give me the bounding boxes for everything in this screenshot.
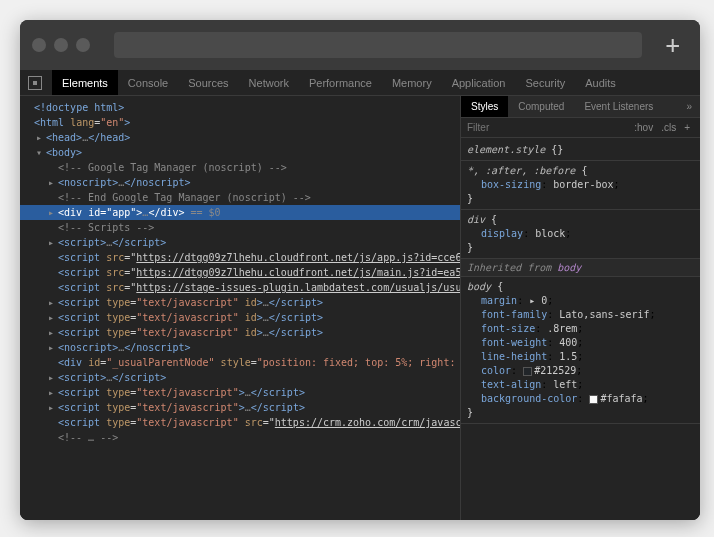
styles-filter-row: :hov .cls + bbox=[461, 118, 700, 138]
tab-memory[interactable]: Memory bbox=[382, 70, 442, 95]
dom-node[interactable]: <!-- Google Tag Manager (noscript) --> bbox=[20, 160, 460, 175]
dom-node[interactable]: ▸<head>…</head> bbox=[20, 130, 460, 145]
title-bar: + bbox=[20, 20, 700, 70]
main-tab-bar: ElementsConsoleSourcesNetworkPerformance… bbox=[20, 70, 700, 96]
styles-tab-bar: StylesComputedEvent Listeners » bbox=[461, 96, 700, 118]
tab-application[interactable]: Application bbox=[442, 70, 516, 95]
styles-panel: StylesComputedEvent Listeners » :hov .cl… bbox=[460, 96, 700, 520]
tab-performance[interactable]: Performance bbox=[299, 70, 382, 95]
tab-security[interactable]: Security bbox=[515, 70, 575, 95]
tab-network[interactable]: Network bbox=[239, 70, 299, 95]
dom-node[interactable]: ▸<script type="text/javascript" id>…</sc… bbox=[20, 325, 460, 340]
dom-node[interactable]: ▸<noscript>…</noscript> bbox=[20, 340, 460, 355]
css-rule[interactable]: body {margin: ▸ 0;font-family: Lato,sans… bbox=[461, 277, 700, 424]
inspect-element-icon[interactable] bbox=[28, 76, 42, 90]
traffic-light-close[interactable] bbox=[32, 38, 46, 52]
dom-node[interactable]: <!-- End Google Tag Manager (noscript) -… bbox=[20, 190, 460, 205]
styles-tab-computed[interactable]: Computed bbox=[508, 96, 574, 117]
dom-node[interactable]: ▸<script type="text/javascript" id>…</sc… bbox=[20, 310, 460, 325]
browser-window: + ElementsConsoleSourcesNetworkPerforman… bbox=[20, 20, 700, 520]
tab-console[interactable]: Console bbox=[118, 70, 178, 95]
dom-node[interactable]: <!-- … --> bbox=[20, 430, 460, 445]
css-rule[interactable]: *, :after, :before {box-sizing: border-b… bbox=[461, 161, 700, 210]
dom-node[interactable]: <script type="text/javascript" src="http… bbox=[20, 415, 460, 430]
more-tabs-icon[interactable]: » bbox=[678, 101, 700, 112]
inherited-from-label: Inherited from body bbox=[461, 259, 700, 277]
panels: <!doctype html><html lang="en">▸<head>…<… bbox=[20, 96, 700, 520]
elements-panel[interactable]: <!doctype html><html lang="en">▸<head>…<… bbox=[20, 96, 460, 520]
styles-tab-styles[interactable]: Styles bbox=[461, 96, 508, 117]
traffic-light-minimize[interactable] bbox=[54, 38, 68, 52]
dom-node[interactable]: ▸<script type="text/javascript">…</scrip… bbox=[20, 400, 460, 415]
tab-elements[interactable]: Elements bbox=[52, 70, 118, 95]
dom-node[interactable]: ▸<noscript>…</noscript> bbox=[20, 175, 460, 190]
css-rule[interactable]: div {display: block;} bbox=[461, 210, 700, 259]
traffic-light-maximize[interactable] bbox=[76, 38, 90, 52]
dom-node[interactable]: <!doctype html> bbox=[20, 100, 460, 115]
dom-node[interactable]: ▸<script>…</script> bbox=[20, 370, 460, 385]
dom-node[interactable]: ▸<script type="text/javascript" id>…</sc… bbox=[20, 295, 460, 310]
styles-filter-input[interactable] bbox=[467, 122, 630, 133]
dom-node[interactable]: <script src="https://dtgg09z7lhehu.cloud… bbox=[20, 250, 460, 265]
address-bar[interactable] bbox=[114, 32, 642, 58]
cls-toggle[interactable]: .cls bbox=[657, 122, 680, 133]
dom-node[interactable]: <script src="https://dtgg09z7lhehu.cloud… bbox=[20, 265, 460, 280]
hov-toggle[interactable]: :hov bbox=[630, 122, 657, 133]
dom-node[interactable]: <!-- Scripts --> bbox=[20, 220, 460, 235]
css-rule[interactable]: element.style {} bbox=[461, 140, 700, 161]
dom-node[interactable]: <html lang="en"> bbox=[20, 115, 460, 130]
new-tab-icon[interactable]: + bbox=[666, 31, 680, 59]
dom-node[interactable]: <div id="_usualParentNode" style="positi… bbox=[20, 355, 460, 370]
dom-node[interactable]: <script src="https://stage-issues-plugin… bbox=[20, 280, 460, 295]
devtools: ElementsConsoleSourcesNetworkPerformance… bbox=[20, 70, 700, 520]
new-style-rule-icon[interactable]: + bbox=[680, 122, 694, 133]
styles-rules[interactable]: element.style {}*, :after, :before {box-… bbox=[461, 138, 700, 520]
dom-node[interactable]: ▸<script>…</script> bbox=[20, 235, 460, 250]
styles-tab-event-listeners[interactable]: Event Listeners bbox=[574, 96, 663, 117]
dom-node[interactable]: ▾<body> bbox=[20, 145, 460, 160]
tab-audits[interactable]: Audits bbox=[575, 70, 626, 95]
dom-node[interactable]: ▸<script type="text/javascript">…</scrip… bbox=[20, 385, 460, 400]
tab-sources[interactable]: Sources bbox=[178, 70, 238, 95]
dom-node[interactable]: ▸<div id="app">…</div> == $0 bbox=[20, 205, 460, 220]
